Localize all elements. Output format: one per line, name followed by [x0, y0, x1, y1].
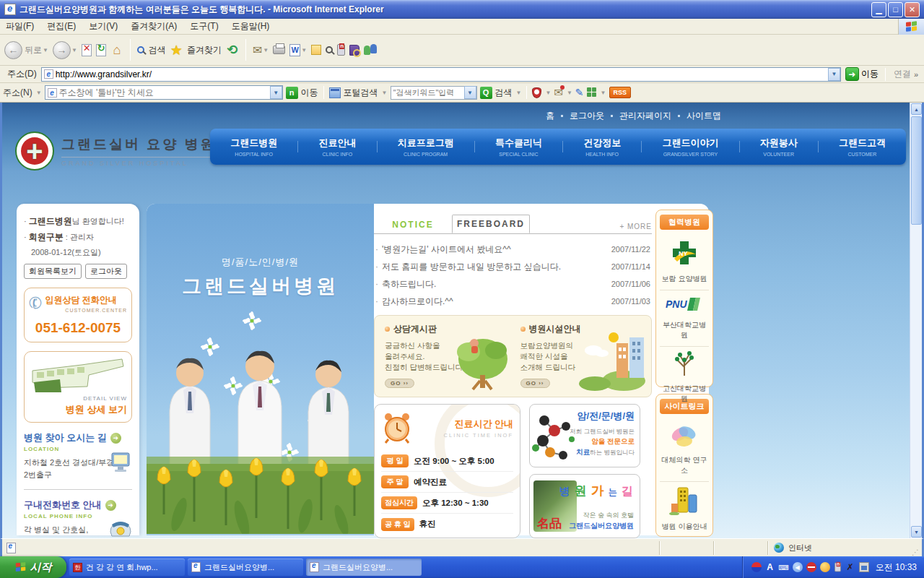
toolbar-search-icon[interactable]: Q: [480, 87, 492, 99]
menu-help[interactable]: 도움말(H): [232, 20, 270, 33]
toolbar-mail-icon[interactable]: ✉: [554, 86, 563, 99]
nav-special-clinic[interactable]: 특수클리닉 SPECIAL CLINIC: [495, 137, 542, 157]
nav-grandsilver-story[interactable]: 그랜드이야기 GRANDSILVER STORY: [662, 137, 718, 157]
nav-clinic-program[interactable]: 치료프로그램 CLINIC PROGRAM: [398, 137, 454, 157]
more-link[interactable]: + MORE: [619, 223, 652, 233]
menu-view[interactable]: 보기(V): [89, 20, 118, 33]
cancer-hospital-banner[interactable]: 암/전/문/병/원 저희 그랜드실버 병원은 암을 전문으로 치료하는 병원입니…: [529, 404, 640, 467]
address-field[interactable]: e ▼: [41, 67, 841, 82]
links-label[interactable]: 연결: [894, 68, 911, 80]
search-button[interactable]: 검색: [137, 44, 166, 56]
post-row[interactable]: · 축하드립니다. 2007/11/06: [375, 275, 650, 293]
post-title[interactable]: 축하드립니다.: [382, 278, 436, 290]
task-hwp-document[interactable]: 한 건 강 강 연 회.hwp...: [69, 558, 185, 576]
refresh-button[interactable]: ↻: [96, 44, 106, 56]
phone-info-arrow-icon[interactable]: ➜: [105, 500, 116, 511]
facility-banner[interactable]: 병원시설안내 보람요양병원의 쾌적한 시설을 소개해 드립니다 GO ››: [510, 323, 646, 389]
shield-dropdown-icon[interactable]: ▼: [545, 90, 551, 96]
mail2-dropdown-icon[interactable]: ▼: [567, 90, 572, 96]
ime-hanja-icon[interactable]: ⌨: [779, 562, 789, 572]
scroll-up-button[interactable]: ▲: [911, 103, 922, 115]
nav-clinic-info[interactable]: 진료안내 CLINIC INFO: [318, 137, 356, 157]
close-button[interactable]: ✕: [905, 2, 920, 17]
messenger-tray-icon[interactable]: [820, 562, 830, 572]
vertical-scrollbar[interactable]: ▲ ▼: [910, 103, 922, 538]
go-button[interactable]: ➜ 이동: [845, 67, 879, 81]
menu-file[interactable]: 파일(F): [6, 20, 34, 33]
search-dropdown-icon[interactable]: ▼: [516, 90, 522, 96]
messenger-button[interactable]: [364, 44, 377, 56]
discuss-button[interactable]: [311, 45, 321, 55]
util-logout-link[interactable]: 로그아웃: [570, 110, 604, 122]
maximize-button[interactable]: □: [888, 2, 903, 17]
address2-label[interactable]: 주소(N): [3, 87, 32, 99]
sitelink-guide[interactable]: 병원 이용안내: [660, 481, 709, 538]
facility-go-button[interactable]: GO ››: [520, 379, 550, 388]
toolbar-search-label[interactable]: 검색: [495, 87, 513, 99]
address-input[interactable]: [56, 69, 828, 79]
address-dropdown-button[interactable]: ▼: [828, 68, 840, 81]
scroll-down-button[interactable]: ▼: [911, 526, 922, 538]
keyword-field[interactable]: ▼: [391, 86, 477, 100]
nav-customer[interactable]: 그랜드고객 CUSTOMER: [839, 137, 886, 157]
forward-button[interactable]: → ▼: [53, 41, 77, 59]
task-ie-window-2-active[interactable]: 그랜드실버요양병...: [306, 558, 422, 576]
back-button[interactable]: ← 뒤로 ▼: [4, 41, 48, 59]
post-row[interactable]: · 저도 홈피를 방문하고 내일 방문하고 싶습니다. 2007/11/14: [375, 258, 650, 275]
ime-korean-icon[interactable]: [751, 562, 762, 572]
tab-freeboard[interactable]: FREEBOARD: [452, 215, 530, 233]
widgets-dropdown-icon[interactable]: ▼: [601, 90, 606, 96]
portal-dropdown-icon[interactable]: ▼: [382, 90, 388, 96]
logout-button[interactable]: 로그아웃: [85, 264, 127, 279]
post-title[interactable]: '병원가는길' 사이트에서 봤네요^^: [382, 243, 511, 256]
start-button[interactable]: 시작: [0, 556, 66, 578]
post-row[interactable]: · 감사하므로이다.^^ 2007/11/03: [375, 293, 650, 310]
road-to-hospital-banner[interactable]: 병 원 가 는 길 名品 작은 숲 속의 호텔 그랜드실버요양병원: [529, 474, 640, 538]
phone-info-section[interactable]: 구내전화번호 안내 ➜ LOCAL PHONE INFO 각 병실 및 간호실,…: [24, 499, 132, 538]
mail-dropdown-icon[interactable]: ▼: [263, 47, 269, 53]
favorites-button[interactable]: ★ 즐겨찾기: [170, 42, 222, 59]
pen-icon[interactable]: ✎: [575, 87, 584, 98]
consult-banner[interactable]: 상담게시판 궁금하신 사항을 올려주세요. 친절히 답변해드립니다. GO ››: [380, 323, 510, 389]
address2-dropdown-icon[interactable]: ▼: [36, 90, 42, 96]
site-logo[interactable]: 그랜드실버 요양 병원 GRAND SILVER HOSPITAL: [15, 131, 217, 171]
post-title[interactable]: 저도 홈피를 방문하고 내일 방문하고 싶습니다.: [382, 261, 561, 273]
post-title[interactable]: 감사하므로이다.^^: [382, 296, 453, 308]
location-arrow-icon[interactable]: ➜: [110, 433, 121, 444]
nav-hospital-info[interactable]: 그랜드병원 HOSPITAL INFO: [230, 137, 277, 157]
location-section[interactable]: 병원 찾아 오시는 길 ➜ LOCATION 지하철 2호선 경성대/부경대역 …: [24, 431, 132, 480]
blocker-tray-icon[interactable]: [806, 562, 816, 572]
menu-edit[interactable]: 편집(E): [47, 20, 76, 33]
util-sitemap-link[interactable]: 사이트맵: [687, 110, 721, 122]
rss-button[interactable]: RSS: [609, 87, 632, 98]
toolbar-go-icon[interactable]: n: [286, 87, 298, 99]
menu-tools[interactable]: 도구(T): [190, 20, 218, 33]
address2-dropdown-button[interactable]: ▼: [270, 86, 282, 99]
task-ie-window-1[interactable]: 그랜드실버요양병...: [188, 558, 303, 576]
security-shield-icon[interactable]: [532, 87, 541, 98]
minimize-button[interactable]: ▁: [871, 2, 886, 17]
mobile-tray-icon[interactable]: [834, 563, 841, 572]
keyword-dropdown-button[interactable]: ▼: [464, 86, 476, 99]
widgets-icon[interactable]: [587, 87, 597, 98]
forward-dropdown-icon[interactable]: ▼: [71, 47, 77, 53]
history-button[interactable]: ⟲: [226, 43, 239, 56]
mail-button[interactable]: ✉ ▼: [253, 43, 269, 57]
address2-field[interactable]: e ▼: [45, 85, 283, 100]
post-row[interactable]: · '병원가는길' 사이트에서 봤네요^^ 2007/11/22: [375, 241, 650, 258]
resize-grip[interactable]: ⋰: [912, 548, 922, 556]
nav-health-info[interactable]: 건강정보 HEALTH INFO: [583, 137, 621, 157]
hide-icons-button[interactable]: ◀: [793, 562, 803, 572]
utility-tray-icon[interactable]: ✗: [845, 562, 855, 572]
sitelink-research[interactable]: 대체의학 연구소: [660, 420, 709, 481]
partner-pnuh[interactable]: PNU 부산대학교병원: [660, 290, 709, 346]
home-button[interactable]: ⌂: [110, 43, 123, 56]
detail-view-box[interactable]: DETAIL VIEW 병원 상세 보기: [24, 351, 132, 423]
research-button[interactable]: [326, 46, 333, 53]
dictionary-button[interactable]: [349, 45, 359, 56]
back-dropdown-icon[interactable]: ▼: [43, 47, 48, 53]
nav-volunteer[interactable]: 자원봉사 VOLUNTEER: [760, 137, 798, 157]
links-chevron-icon[interactable]: »: [914, 70, 918, 79]
edit-dropdown-icon[interactable]: ▼: [301, 47, 307, 53]
menu-favorites[interactable]: 즐겨찾기(A): [131, 20, 177, 33]
